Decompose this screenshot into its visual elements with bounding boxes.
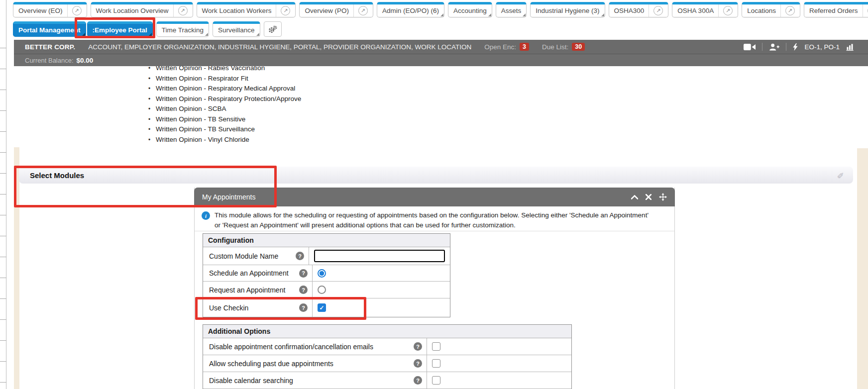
open-enc-count-badge[interactable]: 3 xyxy=(520,43,529,51)
row-label-cell: Use Checkin ? xyxy=(203,298,313,317)
page-gutter-right xyxy=(857,148,868,389)
row-label: Custom Module Name xyxy=(209,252,278,260)
table-row-allow-past-due: Allow scheduling past due appointments ? xyxy=(203,355,571,372)
divider xyxy=(786,43,786,51)
tab-divider xyxy=(649,4,649,17)
tab-surveillance[interactable]: Surveillance xyxy=(213,21,260,37)
row-label: Use Checkin xyxy=(209,304,248,312)
help-icon[interactable]: ? xyxy=(299,303,308,312)
context-selector[interactable]: EO-1, PO-1 xyxy=(804,43,840,51)
tab-divider xyxy=(780,4,781,17)
table-row-custom-module-name: Custom Module Name ? xyxy=(203,247,450,265)
row-control-cell xyxy=(313,282,450,298)
list-item: •Written Opinion - Respirator Fit xyxy=(148,74,301,84)
tab-osha-300a[interactable]: OSHA 300A↗ xyxy=(672,2,738,17)
tab-work-location-overview[interactable]: Work Location Overview↗ xyxy=(91,2,193,17)
due-list-count-badge[interactable]: 30 xyxy=(572,43,585,51)
category-list: ACCOUNT, EMPLOYER ORGANIZATION, INDUSTRI… xyxy=(88,43,471,51)
collapse-chevron-icon[interactable] xyxy=(631,195,638,199)
tab-label: Accounting xyxy=(453,7,487,14)
external-link-icon[interactable]: ↗ xyxy=(178,6,188,15)
section-title: Select Modules xyxy=(30,171,84,180)
disable-confirmation-emails-checkbox[interactable] xyxy=(432,342,440,351)
list-item-text: Written Opinion - Vinyl Chloride xyxy=(156,135,249,145)
tab-admin-eo-po[interactable]: Admin (EO/PO) (6) xyxy=(377,2,444,17)
panel-header[interactable]: My Appointments xyxy=(194,188,675,206)
divider xyxy=(762,43,762,51)
tab-employee-portal[interactable]: :Employee Portal xyxy=(87,21,153,37)
tab-bar-secondary: Portal Management :Employee Portal Time … xyxy=(13,21,282,37)
bullet: • xyxy=(148,94,156,104)
dropdown-corner-icon xyxy=(488,13,491,16)
schedule-appointment-radio[interactable] xyxy=(318,269,326,278)
external-link-icon[interactable]: ↗ xyxy=(723,6,733,15)
table-row-request-appointment: Request an Appointment ? xyxy=(203,282,450,298)
external-link-icon[interactable]: ↗ xyxy=(281,6,290,15)
row-label-cell: Allow scheduling past due appointments ? xyxy=(203,355,427,372)
tab-label: Locations xyxy=(747,7,776,14)
tab-time-tracking[interactable]: Time Tracking xyxy=(156,21,209,37)
settings-gear-button[interactable] xyxy=(264,21,282,37)
info-icon: i xyxy=(202,211,210,220)
left-edge-ruler xyxy=(0,0,6,389)
table-row-disable-confirmation-emails: Disable appointment confirmation/cancell… xyxy=(203,338,571,355)
row-control-cell xyxy=(313,265,450,281)
lightning-icon[interactable] xyxy=(793,43,798,51)
tab-divider xyxy=(173,4,174,17)
edit-pencil-icon[interactable]: ✎ xyxy=(835,172,846,179)
use-checkin-checkbox[interactable]: ✓ xyxy=(318,303,326,312)
help-icon[interactable]: ? xyxy=(296,252,304,260)
tab-assets[interactable]: Assets xyxy=(496,2,527,17)
tab-label: Overview (EO) xyxy=(18,7,63,14)
custom-module-name-input[interactable] xyxy=(314,250,445,262)
tab-overview-po[interactable]: Overview (PO)↗ xyxy=(299,2,373,17)
tab-label: OSHA300 xyxy=(614,7,645,14)
bar-chart-icon[interactable] xyxy=(846,43,855,51)
tab-portal-management[interactable]: Portal Management xyxy=(13,21,86,37)
row-label-cell: Custom Module Name ? xyxy=(203,247,309,265)
ruler-ticks xyxy=(0,48,6,389)
tab-industrial-hygiene[interactable]: Industrial Hygiene (3) xyxy=(530,2,605,17)
allow-past-due-checkbox[interactable] xyxy=(432,359,440,368)
row-control-cell: ✓ xyxy=(313,298,450,317)
external-link-icon[interactable]: ↗ xyxy=(785,6,795,15)
dropdown-corner-icon xyxy=(256,33,259,36)
tab-label: Portal Management xyxy=(18,26,81,34)
tab-referred-orders[interactable]: Referred Orders↗ xyxy=(804,2,868,17)
help-icon[interactable]: ? xyxy=(414,342,422,351)
external-link-icon[interactable]: ↗ xyxy=(653,6,663,15)
tab-label: Industrial Hygiene (3) xyxy=(536,7,599,14)
move-icon[interactable] xyxy=(659,193,667,201)
due-list-label: Due List: xyxy=(542,43,568,51)
help-icon[interactable]: ? xyxy=(299,269,308,278)
row-control-cell xyxy=(427,372,571,389)
tab-overview-eo[interactable]: Overview (EO)↗ xyxy=(13,2,87,17)
tab-label: :Employee Portal xyxy=(93,26,147,34)
video-camera-icon[interactable] xyxy=(744,43,756,51)
tab-divider xyxy=(863,4,863,17)
disable-calendar-searching-checkbox[interactable] xyxy=(432,376,440,385)
balance-label: Current Balance: xyxy=(25,57,74,64)
tab-work-location-workers[interactable]: Work Location Workers↗ xyxy=(197,2,296,17)
list-item: •Written Opinion - TB Surveillance xyxy=(148,124,301,135)
open-encounters: Open Enc: 3 xyxy=(484,43,529,51)
tab-osha300[interactable]: OSHA300↗ xyxy=(609,2,669,17)
help-icon[interactable]: ? xyxy=(414,359,422,368)
tab-accounting[interactable]: Accounting xyxy=(448,2,492,17)
help-icon[interactable]: ? xyxy=(299,286,308,294)
close-icon[interactable] xyxy=(646,194,651,200)
configuration-table: Configuration Custom Module Name ? Sched… xyxy=(203,233,450,317)
help-icon[interactable]: ? xyxy=(414,376,422,385)
external-link-icon[interactable]: ↗ xyxy=(358,6,368,15)
tab-divider xyxy=(718,4,719,17)
dropdown-corner-icon xyxy=(82,33,85,36)
tab-label: Surveillance xyxy=(218,26,255,34)
external-link-icon[interactable]: ↗ xyxy=(72,6,82,15)
module-info-note: i This module allows for the scheduling … xyxy=(195,206,674,231)
bullet: • xyxy=(148,114,156,125)
request-appointment-radio[interactable] xyxy=(318,286,326,294)
table-row-use-checkin: Use Checkin ? ✓ xyxy=(203,298,450,317)
add-person-icon[interactable] xyxy=(769,43,779,51)
list-item-text: Written Opinion - SCBA xyxy=(156,104,226,114)
tab-locations[interactable]: Locations↗ xyxy=(742,2,800,17)
